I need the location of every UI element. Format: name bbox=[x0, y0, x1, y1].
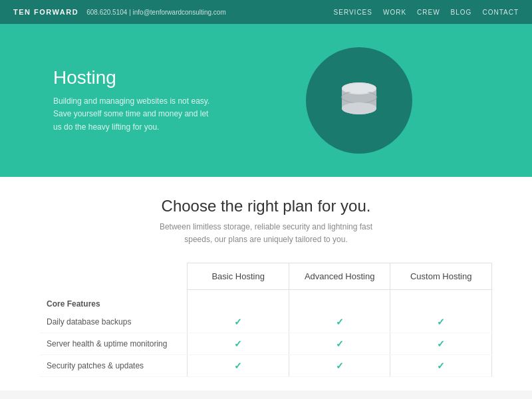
svg-point-5 bbox=[342, 102, 376, 114]
check-icon: ✓ bbox=[437, 338, 445, 349]
feature-1-basic: ✓ bbox=[188, 332, 289, 354]
plan-header-advanced: Advanced Hosting bbox=[289, 263, 390, 290]
feature-label-2: Security patches & updates bbox=[40, 354, 188, 376]
check-icon: ✓ bbox=[336, 338, 344, 349]
main-content: Choose the right plan for you. Between l… bbox=[0, 177, 532, 390]
nav-right: SERVICES WORK CREW BLOG CONTACT bbox=[334, 9, 519, 16]
nav-work[interactable]: WORK bbox=[383, 9, 406, 16]
core-features-label: Core Features bbox=[40, 290, 188, 311]
plans-description: Between limitless storage, reliable secu… bbox=[40, 221, 492, 246]
hero-text: Hosting Building and managing websites i… bbox=[53, 67, 479, 134]
nav-services[interactable]: SERVICES bbox=[334, 9, 372, 16]
nav-blog[interactable]: BLOG bbox=[451, 9, 472, 16]
svg-point-6 bbox=[343, 84, 375, 93]
feature-0-basic: ✓ bbox=[188, 311, 289, 333]
feature-label-1: Server health & uptime monitoring bbox=[40, 332, 188, 354]
contact-info: 608.620.5104 | info@tenforwardconsulting… bbox=[86, 9, 226, 16]
feature-1-custom: ✓ bbox=[390, 332, 492, 354]
plan-basic-section bbox=[188, 290, 289, 311]
feature-label-0: Daily database backups bbox=[40, 311, 188, 333]
hero-icon-circle bbox=[306, 47, 412, 154]
feature-0-advanced: ✓ bbox=[289, 311, 390, 333]
feature-2-advanced: ✓ bbox=[289, 354, 390, 376]
check-icon: ✓ bbox=[437, 360, 445, 371]
check-icon: ✓ bbox=[234, 338, 242, 349]
check-icon: ✓ bbox=[336, 360, 344, 371]
nav-crew[interactable]: CREW bbox=[417, 9, 440, 16]
database-icon bbox=[332, 74, 386, 127]
hero-title: Hosting bbox=[53, 67, 479, 88]
feature-0-custom: ✓ bbox=[390, 311, 492, 333]
top-nav: TEN FORWARD 608.620.5104 | info@tenforwa… bbox=[0, 0, 532, 24]
feature-2-basic: ✓ bbox=[188, 354, 289, 376]
feature-2-custom: ✓ bbox=[390, 354, 492, 376]
logo: TEN FORWARD bbox=[13, 8, 78, 16]
table-row: Daily database backups ✓ ✓ ✓ bbox=[40, 311, 492, 333]
check-icon: ✓ bbox=[234, 317, 242, 327]
plan-custom-section bbox=[390, 290, 492, 311]
core-features-row: Core Features bbox=[40, 290, 492, 311]
check-icon: ✓ bbox=[234, 360, 242, 371]
nav-contact[interactable]: CONTACT bbox=[482, 9, 519, 16]
hero-description: Building and managing websites is not ea… bbox=[53, 95, 213, 134]
nav-left: TEN FORWARD 608.620.5104 | info@tenforwa… bbox=[13, 8, 226, 16]
plan-header-basic: Basic Hosting bbox=[188, 263, 289, 290]
feature-1-advanced: ✓ bbox=[289, 332, 390, 354]
plan-advanced-section bbox=[289, 290, 390, 311]
plans-title: Choose the right plan for you. bbox=[40, 197, 492, 215]
check-icon: ✓ bbox=[437, 317, 445, 327]
table-row: Security patches & updates ✓ ✓ ✓ bbox=[40, 354, 492, 376]
check-icon: ✓ bbox=[336, 317, 344, 327]
pricing-table: Basic Hosting Advanced Hosting Custom Ho… bbox=[40, 263, 492, 377]
hero-section: Hosting Building and managing websites i… bbox=[0, 24, 532, 177]
table-row: Server health & uptime monitoring ✓ ✓ ✓ bbox=[40, 332, 492, 354]
plan-header-custom: Custom Hosting bbox=[390, 263, 492, 290]
